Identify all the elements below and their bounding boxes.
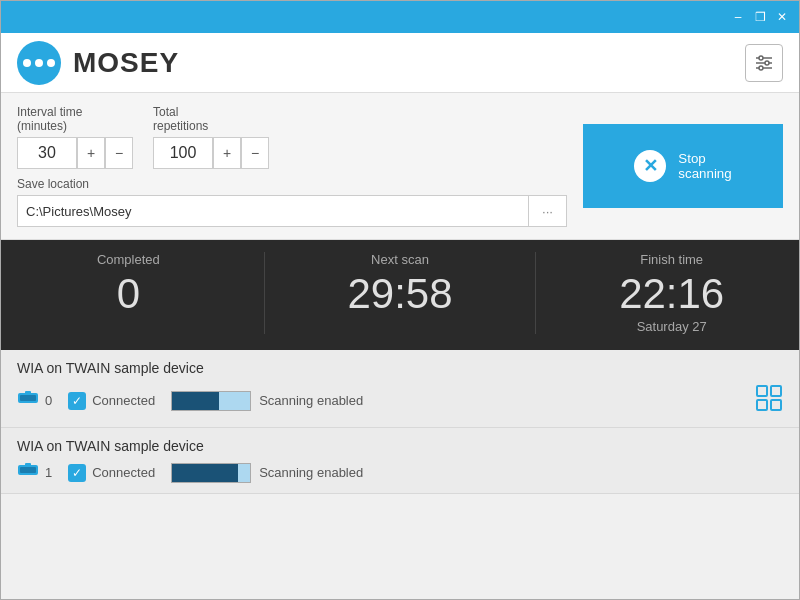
next-scan-label: Next scan xyxy=(371,252,429,267)
logo-dot-2 xyxy=(35,59,43,67)
svg-rect-15 xyxy=(25,463,31,466)
device-item: WIA on TWAIN sample device 0 ✓ Connected xyxy=(1,350,799,428)
save-location-label: Save location xyxy=(17,177,567,191)
interval-decrement[interactable]: − xyxy=(105,137,133,169)
svg-rect-7 xyxy=(20,395,36,401)
device-id-value: 1 xyxy=(45,465,52,480)
browse-button[interactable]: ··· xyxy=(529,195,567,227)
completed-stat: Completed 0 xyxy=(1,252,256,315)
connection-label: Connected xyxy=(92,465,155,480)
device-item: WIA on TWAIN sample device 1 ✓ Connected xyxy=(1,428,799,494)
logo-icon xyxy=(17,41,61,85)
stat-divider-1 xyxy=(264,252,265,334)
app-title: MOSEY xyxy=(73,47,179,79)
scan-bar-container: Scanning enabled xyxy=(171,391,363,411)
interval-label: Interval time (minutes) xyxy=(17,105,133,133)
scanner-icon xyxy=(17,462,39,483)
interval-group: Interval time (minutes) 30 + − xyxy=(17,105,133,169)
logo-area: MOSEY xyxy=(17,41,179,85)
scan-status: Scanning enabled xyxy=(259,465,363,480)
device-list: WIA on TWAIN sample device 0 ✓ Connected xyxy=(1,350,799,599)
stop-scanning-button[interactable]: ✕ Stop scanning xyxy=(583,124,783,208)
expand-icon[interactable] xyxy=(755,384,783,417)
repetitions-increment[interactable]: + xyxy=(213,137,241,169)
settings-icon xyxy=(754,53,774,73)
device-status-row: 1 ✓ Connected Scanning enabled xyxy=(17,462,783,483)
svg-point-4 xyxy=(765,61,769,65)
logo-dot-1 xyxy=(23,59,31,67)
finish-time-value: 22:16 xyxy=(619,273,724,315)
completed-value: 0 xyxy=(117,273,140,315)
next-scan-stat: Next scan 29:58 xyxy=(273,252,528,315)
save-path-row: ··· xyxy=(17,195,567,227)
save-path-input[interactable] xyxy=(17,195,529,227)
controls-area: Interval time (minutes) 30 + − Total rep… xyxy=(1,93,799,240)
scanner-icon xyxy=(17,390,39,411)
svg-rect-10 xyxy=(771,386,781,396)
finish-time-label: Finish time xyxy=(640,252,703,267)
next-scan-value: 29:58 xyxy=(347,273,452,315)
check-icon: ✓ xyxy=(68,392,86,410)
repetitions-label: Total repetitions xyxy=(153,105,269,133)
main-window: – ❒ ✕ MOSEY xyxy=(0,0,800,600)
title-bar: – ❒ ✕ xyxy=(1,1,799,33)
scan-bar-container: Scanning enabled xyxy=(171,463,363,483)
svg-point-3 xyxy=(759,56,763,60)
completed-label: Completed xyxy=(97,252,160,267)
stop-x-mark: ✕ xyxy=(643,155,658,177)
svg-rect-8 xyxy=(25,391,31,394)
scan-bar-fill xyxy=(172,392,219,410)
svg-rect-11 xyxy=(757,400,767,410)
save-location-group: Save location ··· xyxy=(17,177,567,227)
header: MOSEY xyxy=(1,33,799,93)
connection-status: ✓ Connected xyxy=(68,392,155,410)
interval-value: 30 xyxy=(17,137,77,169)
finish-time-sub: Saturday 27 xyxy=(637,319,707,334)
scan-bar xyxy=(171,391,251,411)
repetitions-stepper: 100 + − xyxy=(153,137,269,169)
svg-rect-9 xyxy=(757,386,767,396)
interval-stepper: 30 + − xyxy=(17,137,133,169)
svg-rect-12 xyxy=(771,400,781,410)
minimize-button[interactable]: – xyxy=(729,8,747,26)
close-button[interactable]: ✕ xyxy=(773,8,791,26)
device-id-value: 0 xyxy=(45,393,52,408)
device-name: WIA on TWAIN sample device xyxy=(17,360,783,376)
controls-top: Interval time (minutes) 30 + − Total rep… xyxy=(17,105,567,169)
device-id: 0 xyxy=(17,390,52,411)
finish-time-stat: Finish time 22:16 Saturday 27 xyxy=(544,252,799,334)
window-controls: – ❒ ✕ xyxy=(729,8,791,26)
check-icon: ✓ xyxy=(68,464,86,482)
repetitions-value: 100 xyxy=(153,137,213,169)
logo-dots xyxy=(23,59,55,67)
stats-area: Completed 0 Next scan 29:58 Finish time … xyxy=(1,240,799,350)
logo-dot-3 xyxy=(47,59,55,67)
stop-label: Stop scanning xyxy=(678,151,731,181)
scan-status: Scanning enabled xyxy=(259,393,363,408)
scan-bar xyxy=(171,463,251,483)
device-id: 1 xyxy=(17,462,52,483)
device-name: WIA on TWAIN sample device xyxy=(17,438,783,454)
repetitions-decrement[interactable]: − xyxy=(241,137,269,169)
stat-divider-2 xyxy=(535,252,536,334)
connection-status: ✓ Connected xyxy=(68,464,155,482)
svg-rect-14 xyxy=(20,467,36,473)
interval-increment[interactable]: + xyxy=(77,137,105,169)
settings-button[interactable] xyxy=(745,44,783,82)
stop-label-line1: Stop xyxy=(678,151,705,166)
stop-icon: ✕ xyxy=(634,150,666,182)
connection-label: Connected xyxy=(92,393,155,408)
controls-wrapper: Interval time (minutes) 30 + − Total rep… xyxy=(17,105,567,227)
svg-point-5 xyxy=(759,66,763,70)
stop-label-line2: scanning xyxy=(678,166,731,181)
device-status-row: 0 ✓ Connected Scanning enabled xyxy=(17,384,783,417)
browse-icon: ··· xyxy=(542,204,553,219)
restore-button[interactable]: ❒ xyxy=(751,8,769,26)
repetitions-group: Total repetitions 100 + − xyxy=(153,105,269,169)
scan-bar-fill xyxy=(172,464,238,482)
